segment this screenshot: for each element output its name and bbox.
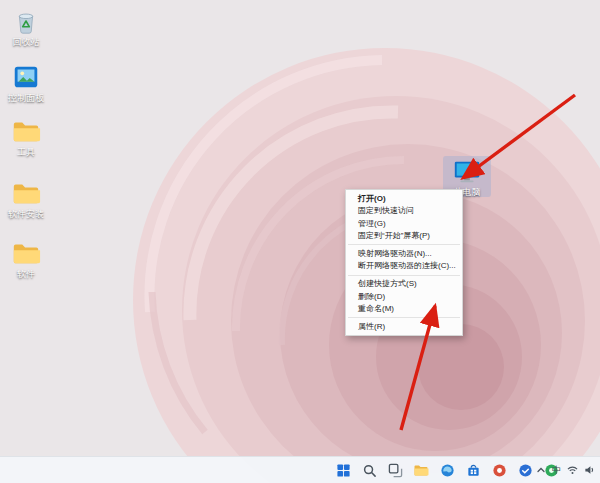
pinned-app-red-icon [492,463,507,478]
taskbar: 中 [0,456,600,483]
recycle-bin-icon [11,6,41,36]
desktop-icon-control-panel[interactable]: 控制面板 [2,62,50,103]
task-view-button[interactable] [386,461,404,479]
file-explorer-button[interactable] [412,461,430,479]
tray-volume-icon[interactable] [584,465,595,475]
folder-icon [11,238,41,268]
menu-item-create-shortcut[interactable]: 创建快捷方式(S) [346,278,462,291]
menu-item-disconnect-network-drive[interactable]: 断开网络驱动器的连接(C)... [346,260,462,273]
icon-label: 回收站 [13,37,40,47]
icon-label: 工具 [17,147,35,157]
start-button[interactable] [334,461,352,479]
desktop-icon-folder-installers[interactable]: 软件安装 [2,178,50,219]
search-button[interactable] [360,461,378,479]
taskbar-tray: 中 [536,457,595,483]
menu-item-rename[interactable]: 重命名(M) [346,303,462,316]
menu-item-delete[interactable]: 删除(D) [346,290,462,303]
menu-item-manage[interactable]: 管理(G) [346,217,462,230]
edge-button[interactable] [438,461,456,479]
menu-separator [348,244,460,245]
context-menu: 打开(O) 固定到快速访问 管理(G) 固定到“开始”屏幕(P) 映射网络驱动器… [345,189,463,336]
icon-label: 软件安装 [8,209,44,219]
folder-icon [11,178,41,208]
menu-item-map-network-drive[interactable]: 映射网络驱动器(N)... [346,247,462,260]
this-pc-icon [452,156,482,186]
taskbar-center-icons [334,457,560,483]
tray-network-icon[interactable] [567,465,578,475]
windows-start-icon [336,463,351,478]
desktop-icon-folder-tools[interactable]: 工具 [2,116,50,157]
menu-item-open[interactable]: 打开(O) [346,192,462,205]
edge-icon [440,463,455,478]
folder-icon [11,116,41,146]
pinned-app-blue-icon [518,463,533,478]
task-view-icon [388,463,403,478]
wallpaper-bloom [0,0,600,483]
menu-item-pin-to-start[interactable]: 固定到“开始”屏幕(P) [346,230,462,243]
app-icon [11,62,41,92]
store-icon [466,463,481,478]
menu-separator [348,275,460,276]
pinned-app-blue-button[interactable] [516,461,534,479]
desktop-icon-recycle-bin[interactable]: 回收站 [2,6,50,47]
pinned-app-red-button[interactable] [490,461,508,479]
search-icon [362,463,377,478]
store-button[interactable] [464,461,482,479]
icon-label: 控制面板 [8,93,44,103]
desktop-icon-folder-software[interactable]: 软件 [2,238,50,279]
tray-input-method[interactable]: 中 [552,464,561,477]
menu-item-pin-quick-access[interactable]: 固定到快速访问 [346,205,462,218]
tray-chevron-up-icon[interactable] [536,465,546,475]
icon-label: 软件 [17,269,35,279]
menu-separator [348,317,460,318]
menu-item-properties[interactable]: 属性(R) [346,320,462,333]
file-explorer-icon [413,462,429,478]
